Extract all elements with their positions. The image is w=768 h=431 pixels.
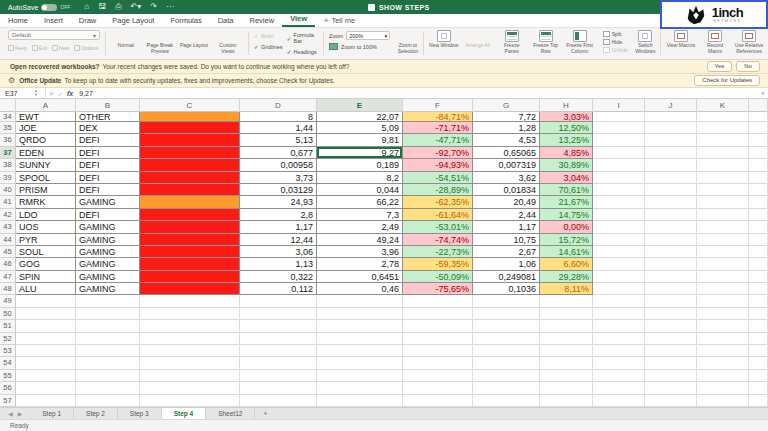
- cell-empty[interactable]: [473, 333, 540, 345]
- cell-I40[interactable]: [593, 184, 645, 196]
- cell-J43[interactable]: [645, 221, 697, 233]
- checkbox-headings[interactable]: ✓Headings: [287, 48, 319, 55]
- cell-C37[interactable]: [140, 147, 240, 159]
- row-header-50[interactable]: 50: [0, 308, 16, 320]
- cell-C41[interactable]: [140, 196, 240, 208]
- undo-icon[interactable]: ↶▾: [131, 3, 142, 11]
- cell-A34[interactable]: EWT: [16, 112, 76, 122]
- cell-empty[interactable]: [403, 295, 473, 307]
- cell-empty[interactable]: [240, 357, 317, 369]
- switch-windows-button[interactable]: Switch Windows: [632, 30, 660, 57]
- cell-G38[interactable]: 0,007319: [473, 159, 540, 171]
- sheet-view-select[interactable]: Default▾: [8, 30, 100, 40]
- name-box[interactable]: E37: [0, 90, 34, 97]
- cell-empty[interactable]: [697, 345, 749, 357]
- cell-empty[interactable]: [403, 382, 473, 394]
- cell-B36[interactable]: DEFI: [76, 134, 140, 146]
- col-header-K[interactable]: K: [697, 99, 749, 112]
- tab-data[interactable]: Data: [210, 14, 242, 27]
- cell-D39[interactable]: 3,73: [240, 172, 317, 184]
- cell-K45[interactable]: [697, 246, 749, 258]
- row-header-42[interactable]: 42: [0, 209, 16, 221]
- cell-F37[interactable]: -92,70%: [403, 147, 473, 159]
- cell-empty[interactable]: [645, 320, 697, 332]
- formula-value[interactable]: 9,27: [79, 90, 93, 97]
- cell-empty[interactable]: [317, 308, 403, 320]
- cell-empty[interactable]: [76, 357, 140, 369]
- cell-empty[interactable]: [473, 320, 540, 332]
- cell-empty[interactable]: [16, 333, 76, 345]
- cell-J45[interactable]: [645, 246, 697, 258]
- cell-empty[interactable]: [593, 395, 645, 407]
- cell-H40[interactable]: 70,61%: [540, 184, 593, 196]
- tab-view[interactable]: View: [282, 12, 315, 27]
- cell-G48[interactable]: 0,1036: [473, 283, 540, 295]
- cell-empty[interactable]: [76, 382, 140, 394]
- cell-B43[interactable]: GAMING: [76, 221, 140, 233]
- cell-empty[interactable]: [140, 295, 240, 307]
- sheet-view-new-button[interactable]: New: [52, 45, 69, 51]
- cell-H48[interactable]: 8,11%: [540, 283, 593, 295]
- cell-K39[interactable]: [697, 172, 749, 184]
- cell-F45[interactable]: -22,73%: [403, 246, 473, 258]
- cell-empty[interactable]: [540, 357, 593, 369]
- cell-H35[interactable]: 12,50%: [540, 122, 593, 134]
- cell-B48[interactable]: GAMING: [76, 283, 140, 295]
- cell-empty[interactable]: [140, 357, 240, 369]
- row-header-57[interactable]: 57: [0, 395, 16, 407]
- cell-B46[interactable]: GAMING: [76, 258, 140, 270]
- zoom-100-button[interactable]: Zoom to 100%: [329, 43, 390, 50]
- row-header-37[interactable]: 37: [0, 147, 16, 159]
- cell-C36[interactable]: [140, 134, 240, 146]
- cell-K48[interactable]: [697, 283, 749, 295]
- cell-H44[interactable]: 15,72%: [540, 234, 593, 246]
- cell-empty[interactable]: [76, 320, 140, 332]
- sheet-view-exit-button[interactable]: Exit: [32, 45, 47, 51]
- cell-empty[interactable]: [749, 333, 768, 345]
- cell-empty[interactable]: [140, 333, 240, 345]
- cell-empty[interactable]: [540, 333, 593, 345]
- hide-button[interactable]: Hide: [603, 39, 628, 45]
- cell-empty[interactable]: [140, 382, 240, 394]
- cell-B34[interactable]: OTHER: [76, 112, 140, 122]
- cell-A42[interactable]: LDO: [16, 209, 76, 221]
- col-header-B[interactable]: B: [76, 99, 140, 112]
- cell-E42[interactable]: 7,3: [317, 209, 403, 221]
- tab-home[interactable]: Home: [0, 14, 36, 27]
- cell-empty[interactable]: [697, 357, 749, 369]
- yes-button[interactable]: Yes: [707, 61, 733, 72]
- cell-F44[interactable]: -74,74%: [403, 234, 473, 246]
- cell-empty[interactable]: [749, 382, 768, 394]
- tab-tell-me[interactable]: ☀Tell me: [315, 14, 363, 27]
- cell-empty[interactable]: [140, 395, 240, 407]
- tab-formulas[interactable]: Formulas: [162, 14, 209, 27]
- freeze-top-row-button[interactable]: Freeze Top Row: [531, 30, 561, 55]
- cell-empty[interactable]: [540, 345, 593, 357]
- cell-G34[interactable]: 7,72: [473, 112, 540, 122]
- row-header-45[interactable]: 45: [0, 246, 16, 258]
- cell-H34[interactable]: 3,03%: [540, 112, 593, 122]
- cell-empty[interactable]: [473, 357, 540, 369]
- cell-B39[interactable]: DEFI: [76, 172, 140, 184]
- check-for-updates-button[interactable]: Check for Updates: [694, 75, 760, 86]
- cell-empty[interactable]: [593, 308, 645, 320]
- cell-empty[interactable]: [240, 345, 317, 357]
- use-relative-references-button[interactable]: Use Relative References: [734, 30, 764, 55]
- cell-G40[interactable]: 0,01834: [473, 184, 540, 196]
- cell-empty[interactable]: [240, 370, 317, 382]
- cell-I41[interactable]: [593, 196, 645, 208]
- cell-E39[interactable]: 8,2: [317, 172, 403, 184]
- cell-empty[interactable]: [697, 295, 749, 307]
- cell-empty[interactable]: [16, 357, 76, 369]
- sheet-tab-sheet12[interactable]: Sheet12: [206, 408, 255, 419]
- cell-empty[interactable]: [645, 370, 697, 382]
- cell-I43[interactable]: [593, 221, 645, 233]
- cell-E43[interactable]: 2,49: [317, 221, 403, 233]
- col-header-G[interactable]: G: [473, 99, 540, 112]
- cell-J48[interactable]: [645, 283, 697, 295]
- cell-B47[interactable]: GAMING: [76, 271, 140, 283]
- cell-empty[interactable]: [697, 382, 749, 394]
- cell-C44[interactable]: [140, 234, 240, 246]
- cell-empty[interactable]: [317, 295, 403, 307]
- cell-B41[interactable]: GAMING: [76, 196, 140, 208]
